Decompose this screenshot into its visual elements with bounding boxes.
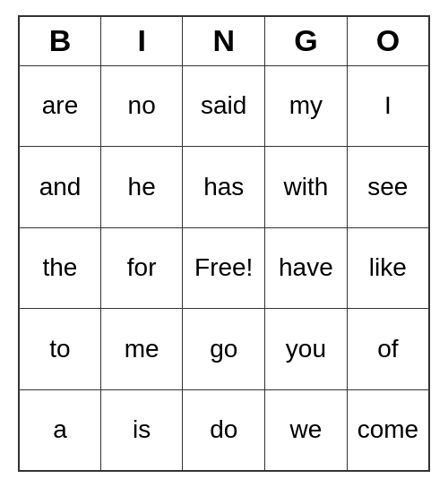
table-row: theforFree!havelike: [19, 227, 429, 309]
cell-r3-c0: to: [19, 309, 100, 390]
cell-r1-c3: with: [265, 147, 348, 228]
header-cell-b: B: [19, 16, 100, 65]
table-row: tomegoyouof: [19, 309, 429, 390]
cell-r0-c2: said: [183, 65, 265, 147]
cell-r3-c1: me: [100, 309, 182, 390]
cell-r2-c2: Free!: [183, 227, 265, 309]
cell-r2-c1: for: [100, 227, 182, 309]
cell-r1-c2: has: [183, 147, 265, 228]
cell-r1-c4: see: [347, 147, 429, 228]
header-cell-i: I: [100, 16, 182, 65]
header-cell-n: N: [183, 16, 265, 65]
cell-r1-c1: he: [100, 147, 182, 228]
cell-r4-c3: we: [265, 389, 348, 471]
cell-r1-c0: and: [19, 147, 100, 228]
cell-r4-c0: a: [19, 389, 100, 471]
cell-r2-c4: like: [347, 227, 429, 309]
cell-r4-c1: is: [100, 389, 182, 471]
cell-r2-c0: the: [19, 227, 100, 309]
header-row: BINGO: [19, 16, 429, 65]
cell-r3-c4: of: [347, 309, 429, 390]
cell-r2-c3: have: [265, 227, 348, 309]
header-cell-o: O: [347, 16, 429, 65]
cell-r3-c3: you: [265, 309, 348, 390]
table-row: aisdowecome: [19, 389, 429, 471]
cell-r4-c4: come: [347, 389, 429, 471]
cell-r3-c2: go: [183, 309, 265, 390]
header-cell-g: G: [265, 16, 348, 65]
cell-r4-c2: do: [183, 389, 265, 471]
table-row: andhehaswithsee: [19, 147, 429, 228]
bingo-card: BINGO arenosaidmyIandhehaswithseetheforF…: [18, 15, 430, 472]
cell-r0-c0: are: [19, 65, 100, 147]
table-row: arenosaidmyI: [19, 65, 429, 147]
cell-r0-c4: I: [347, 65, 429, 147]
cell-r0-c3: my: [265, 65, 348, 147]
cell-r0-c1: no: [100, 65, 182, 147]
